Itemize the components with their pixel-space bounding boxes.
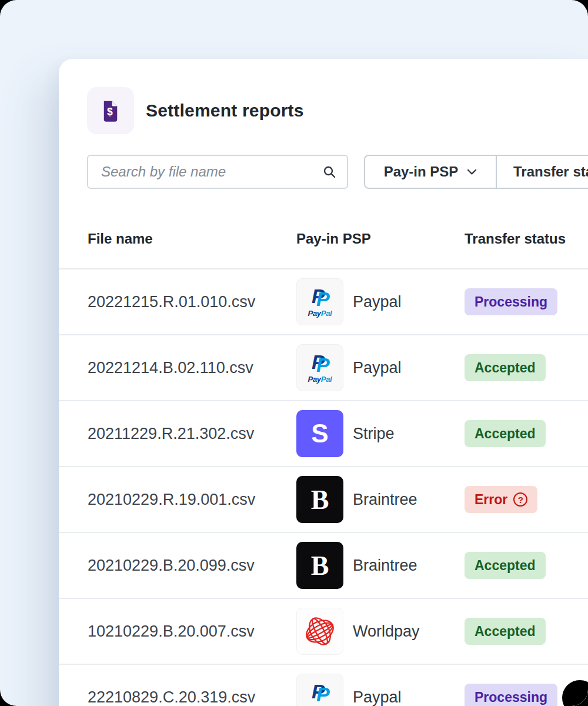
table-row[interactable]: 20221215.R.01.010.csv P P PayPal Paypal … [59, 269, 588, 335]
settlement-reports-card: $ Settlement reports Pay-in PSP [59, 59, 588, 706]
table-row[interactable]: 20211229.R.21.302.csv S Stripe Accepted [59, 401, 588, 467]
table-row[interactable]: 22210829.C.20.319.csv P P PayPal Paypal … [59, 665, 588, 706]
psp-name-cell: Stripe [353, 401, 395, 466]
search-input[interactable] [100, 163, 322, 181]
search-box[interactable] [87, 155, 348, 189]
stripe-logo: S [296, 410, 343, 457]
psp-filter-dropdown[interactable]: Pay-in PSP [364, 155, 497, 189]
settlement-reports-page: $ Settlement reports Pay-in PSP [0, 0, 588, 706]
psp-name-cell: Paypal [353, 269, 402, 334]
column-header-file-name: File name [88, 209, 153, 268]
table-row[interactable]: 20210229.B.20.099.csv B Braintree Accept… [59, 533, 588, 599]
status-label: Accepted [475, 624, 536, 640]
status-badge: Error ? [465, 486, 537, 513]
psp-logo-cell: S [296, 410, 343, 457]
filter-bar: Pay-in PSP Transfer status [87, 155, 588, 189]
psp-logo-cell: P P PayPal [296, 278, 343, 325]
psp-name-cell: Braintree [353, 467, 417, 532]
paypal-logo: P P PayPal [296, 674, 343, 706]
document-dollar-glyph: $ [102, 99, 119, 122]
svg-text:$: $ [107, 106, 113, 118]
psp-logo-cell: B [296, 542, 343, 589]
status-label: Processing [475, 294, 547, 310]
column-header-pay-in-psp: Pay-in PSP [296, 209, 371, 268]
file-name-cell: 22210829.C.20.319.csv [88, 665, 255, 706]
status-cell: Accepted [465, 401, 546, 466]
psp-name-cell: Braintree [353, 533, 417, 598]
file-name-cell: 20221215.R.01.010.csv [88, 269, 255, 334]
table-header-row: File name Pay-in PSP Transfer status [59, 209, 588, 269]
column-header-transfer-status: Transfer status [465, 209, 566, 268]
table-row[interactable]: 20221214.B.02.110.csv P P PayPal Paypal … [59, 335, 588, 401]
paypal-logo: P P PayPal [296, 278, 343, 325]
table-row[interactable]: 10210229.B.20.007.csv Worldpay Accepted [59, 599, 588, 665]
settlement-document-icon: $ [87, 87, 134, 134]
file-name-cell: 20211229.R.21.302.csv [88, 401, 254, 466]
status-label: Error [475, 492, 507, 508]
status-badge: Accepted [465, 552, 546, 579]
file-name-cell: 20210229.B.20.099.csv [88, 533, 255, 598]
status-cell: Error ? [465, 467, 537, 532]
file-name-cell: 10210229.B.20.007.csv [88, 599, 255, 664]
status-label: Processing [475, 690, 547, 705]
status-badge: Accepted [465, 420, 546, 447]
status-cell: Accepted [465, 599, 546, 664]
status-label: Accepted [475, 360, 536, 376]
psp-logo-cell [296, 608, 343, 655]
transfer-status-filter-label: Transfer status [513, 164, 588, 180]
page-title: Settlement reports [146, 101, 304, 121]
braintree-logo: B [296, 542, 343, 589]
paypal-mark: P P [310, 352, 329, 374]
transfer-status-filter-dropdown[interactable]: Transfer status [496, 155, 588, 189]
psp-logo-cell: P P PayPal [296, 674, 343, 706]
psp-logo-cell: B [296, 476, 343, 523]
file-name-cell: 20221214.B.02.110.csv [88, 335, 253, 400]
psp-name-cell: Paypal [353, 335, 402, 400]
status-badge: Processing [465, 684, 557, 706]
status-cell: Accepted [465, 533, 546, 598]
table-row[interactable]: 20210229.R.19.001.csv B Braintree Error … [59, 467, 588, 533]
psp-filter-label: Pay-in PSP [384, 164, 459, 180]
status-badge: Accepted [465, 618, 546, 645]
paypal-wordmark: PayPal [308, 375, 332, 384]
status-badge: Processing [465, 288, 557, 315]
psp-logo-cell: P P PayPal [296, 344, 343, 391]
help-circle-icon[interactable]: ? [513, 492, 527, 507]
worldpay-globe-icon [303, 614, 337, 648]
paypal-mark: P P [310, 286, 329, 308]
status-badge: Accepted [465, 354, 546, 381]
file-name-cell: 20210229.R.19.001.csv [88, 467, 255, 532]
psp-name-cell: Paypal [353, 665, 402, 706]
psp-name-cell: Worldpay [353, 599, 420, 664]
paypal-wordmark: PayPal [308, 309, 332, 318]
card-header: $ Settlement reports [87, 87, 304, 134]
table-body: 20221215.R.01.010.csv P P PayPal Paypal … [59, 269, 588, 706]
status-label: Accepted [475, 558, 536, 574]
status-cell: Accepted [465, 335, 546, 400]
status-cell: Processing [465, 269, 557, 334]
status-label: Accepted [475, 426, 536, 442]
chevron-down-icon [467, 169, 477, 175]
paypal-logo: P P PayPal [296, 344, 343, 391]
braintree-logo: B [296, 476, 343, 523]
worldpay-logo [296, 608, 343, 655]
search-icon [322, 165, 336, 179]
status-cell: Processing [465, 665, 557, 706]
paypal-mark: P P [310, 681, 329, 704]
